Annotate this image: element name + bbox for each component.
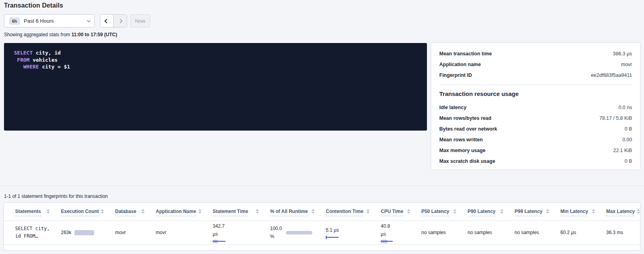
p99-latency-cell: no samples xyxy=(503,221,549,244)
sort-icon[interactable] xyxy=(101,209,104,214)
database-cell: movr xyxy=(104,221,145,244)
summary-divider xyxy=(439,84,632,85)
summary-value: 386.3 µs xyxy=(613,51,632,57)
resource-row: Bytes read over network 0 B xyxy=(439,123,632,134)
time-interval-label: Past 6 Hours xyxy=(24,18,87,24)
statements-table: Statements Execution Count Database Appl… xyxy=(4,203,640,245)
resource-row: Idle latency 0.0 ns xyxy=(439,102,632,113)
pct-of-all-runtime-cell: 100.0 % xyxy=(259,221,315,244)
resource-value: 0 B xyxy=(624,158,632,164)
summary-value: movr xyxy=(621,62,632,67)
sort-icon[interactable] xyxy=(637,209,640,214)
p90-latency-cell: no samples xyxy=(456,221,503,244)
table-header-row: Statements Execution Count Database Appl… xyxy=(4,203,640,221)
time-interval-badge: 6h xyxy=(9,18,20,25)
sort-icon[interactable] xyxy=(407,209,410,214)
resource-label: Bytes read over network xyxy=(439,126,497,132)
column-header-max-latency[interactable]: Max Latency xyxy=(595,203,640,221)
sort-icon[interactable] xyxy=(198,209,202,214)
time-controls: 6h Past 6 Hours Now xyxy=(4,14,150,27)
sort-icon[interactable] xyxy=(141,209,145,214)
contention-time-cell: 5.1 µs xyxy=(315,221,370,244)
statement-time-bar xyxy=(213,240,225,243)
summary-row: Fingerprint ID ee2df683f5aa9411 xyxy=(439,70,632,80)
sort-icon[interactable] xyxy=(500,209,503,214)
next-interval-button[interactable] xyxy=(114,15,127,27)
sort-icon[interactable] xyxy=(546,209,549,214)
resource-label: Max scratch disk usage xyxy=(439,158,495,164)
aggregation-note: Showing aggregated stats from 11:00 to 1… xyxy=(4,32,117,37)
time-step-buttons xyxy=(100,14,127,27)
column-header-statements[interactable]: Statements xyxy=(4,203,50,221)
sql-line: WHERE city = $1 xyxy=(14,63,417,70)
now-button[interactable]: Now xyxy=(130,14,150,27)
p50-latency-cell: no samples xyxy=(410,221,456,244)
execution-count-cell: 263k xyxy=(50,221,104,244)
application-name-cell: movr xyxy=(145,221,202,244)
cpu-time-bar xyxy=(381,240,393,243)
resource-row: Mean rows written 0.00 xyxy=(439,134,632,145)
statement-link[interactable]: SELECT city,id FROM… xyxy=(15,225,47,240)
resource-label: Mean rows written xyxy=(439,137,483,143)
statement-row: SELECT city,id FROM… 263k movr movr 342.… xyxy=(4,221,640,244)
statement-cell: SELECT city,id FROM… xyxy=(4,221,50,244)
summary-value: ee2df683f5aa9411 xyxy=(591,72,632,78)
resource-usage-heading: Transaction resource usage xyxy=(439,90,632,97)
summary-row: Mean transaction time 386.3 µs xyxy=(439,48,632,59)
contention-time-bar xyxy=(326,236,339,239)
sql-statement-box: SELECT city, id FROM vehicles WHERE city… xyxy=(4,43,427,131)
column-header-contention-time[interactable]: Contention Time xyxy=(315,203,370,221)
column-header-cpu-time[interactable]: CPU Time xyxy=(370,203,410,221)
summary-row: Application name movr xyxy=(439,59,632,70)
statements-table-card: Statements Execution Count Database Appl… xyxy=(4,203,640,250)
section-divider xyxy=(0,186,644,186)
sql-line: FROM vehicles xyxy=(14,57,417,64)
sql-line: SELECT city, id xyxy=(14,49,417,57)
sort-icon[interactable] xyxy=(256,209,259,214)
sort-icon[interactable] xyxy=(592,209,595,214)
resource-row: Mean rows/bytes read 78.17 / 5.8 KiB xyxy=(439,113,632,123)
execution-count-bar xyxy=(74,230,94,235)
resource-label: Idle latency xyxy=(439,105,466,110)
chevron-left-icon xyxy=(104,19,109,23)
resource-label: Mean rows/bytes read xyxy=(439,115,491,121)
column-header-p90-latency[interactable]: P90 Latency xyxy=(456,203,503,221)
transaction-summary-card: Mean transaction time 386.3 µs Applicati… xyxy=(431,43,640,170)
pct-runtime-bar xyxy=(286,231,312,234)
max-latency-cell: 36.3 ms xyxy=(595,221,640,244)
transaction-details-page: Transaction Details 6h Past 6 Hours Now … xyxy=(0,0,644,254)
column-header-application-name[interactable]: Application Name xyxy=(145,203,202,221)
aggregation-note-range: 11:00 to 17:59 (UTC) xyxy=(71,32,117,37)
summary-label: Application name xyxy=(439,62,481,67)
resource-value: 0.00 xyxy=(622,137,632,143)
time-interval-dropdown[interactable]: 6h Past 6 Hours xyxy=(4,14,95,27)
sort-icon[interactable] xyxy=(453,209,456,214)
resource-row: Max memory usage 22.1 KiB xyxy=(439,145,632,156)
column-header-p99-latency[interactable]: P99 Latency xyxy=(503,203,549,221)
resource-value: 22.1 KiB xyxy=(613,148,632,153)
sort-icon[interactable] xyxy=(47,209,50,214)
column-header-database[interactable]: Database xyxy=(104,203,145,221)
aggregation-note-prefix: Showing aggregated stats from xyxy=(4,32,71,37)
column-header-p50-latency[interactable]: P50 Latency xyxy=(410,203,456,221)
sort-icon[interactable] xyxy=(311,209,315,214)
resource-label: Max memory usage xyxy=(439,148,485,153)
summary-label: Fingerprint ID xyxy=(439,72,472,78)
resource-value: 0.0 ns xyxy=(619,105,632,110)
prev-interval-button[interactable] xyxy=(100,15,114,27)
column-header-min-latency[interactable]: Min Latency xyxy=(549,203,595,221)
cpu-time-cell: 40.8 µs xyxy=(370,221,410,244)
column-header-execution-count[interactable]: Execution Count xyxy=(50,203,104,221)
chevron-right-icon xyxy=(118,19,122,23)
summary-label: Mean transaction time xyxy=(439,51,492,57)
page-title: Transaction Details xyxy=(4,2,63,9)
statement-time-cell: 342.7 µs xyxy=(202,221,259,244)
resource-value: 78.17 / 5.8 KiB xyxy=(599,115,632,121)
resource-value: 0 B xyxy=(624,126,632,132)
min-latency-cell: 60.2 µs xyxy=(549,221,595,244)
resource-row: Max scratch disk usage 0 B xyxy=(439,156,632,166)
statements-count-text: 1-1 of 1 statement fingerprints for this… xyxy=(4,193,108,199)
sort-icon[interactable] xyxy=(366,209,370,214)
column-header-statement-time[interactable]: Statement Time xyxy=(202,203,259,221)
column-header-pct-of-all-runtime[interactable]: % of All Runtime xyxy=(259,203,315,221)
